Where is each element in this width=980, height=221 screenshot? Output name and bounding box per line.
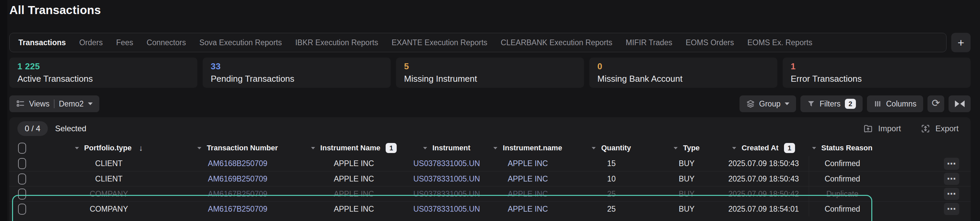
stat-card-pending-transactions[interactable]: 33 Pending Transactions <box>203 58 391 88</box>
tab-transactions[interactable]: Transactions <box>18 38 66 47</box>
tab-orders[interactable]: Orders <box>79 38 103 47</box>
cell-quantity: 15 <box>568 159 655 168</box>
filters-count-badge: 2 <box>845 99 856 109</box>
import-label: Import <box>878 124 901 133</box>
column-menu-icon[interactable] <box>674 147 678 149</box>
filter-funnel-icon <box>807 100 815 108</box>
cell-transaction-number-link[interactable]: AM6169B250709 <box>173 175 302 184</box>
column-menu-icon[interactable] <box>732 147 736 149</box>
column-header-instrument[interactable]: Instrument <box>406 144 488 152</box>
cell-instrument-dot-name: APPLE INC <box>488 205 568 214</box>
stat-label: Error Transactions <box>791 74 963 84</box>
column-menu-icon[interactable] <box>812 147 816 149</box>
column-label: Portfolio.type <box>84 144 132 152</box>
group-button[interactable]: Group <box>740 95 796 112</box>
tab-clearbank-execution-reports[interactable]: CLEARBANK Execution Reports <box>501 38 612 47</box>
column-header-created-at[interactable]: Created At 1 <box>718 143 809 153</box>
select-all-checkbox[interactable] <box>18 143 26 154</box>
row-menu-button[interactable]: ⋯ <box>944 173 959 185</box>
row-checkbox[interactable] <box>18 189 26 200</box>
refresh-button[interactable]: ⟳ <box>928 95 944 112</box>
table-row[interactable]: CLIENT AM6169B250709 APPLE INC US0378331… <box>10 171 970 186</box>
row-menu-button[interactable]: ⋯ <box>944 188 959 200</box>
column-menu-icon[interactable] <box>197 147 201 149</box>
sort-descending-icon[interactable]: ↓ <box>139 143 143 153</box>
stat-label: Pending Transactions <box>211 74 383 84</box>
column-header-instrument-dot-name[interactable]: Instrument.name <box>488 144 568 152</box>
collapse-columns-button[interactable] <box>948 95 970 112</box>
table-body: CLIENT AM6168B250709 APPLE INC US0378331… <box>10 156 970 216</box>
add-tab-button[interactable]: + <box>951 33 970 52</box>
column-menu-icon[interactable] <box>75 147 79 149</box>
row-checkbox[interactable] <box>18 173 26 184</box>
cell-portfolio-type: CLIENT <box>45 159 173 168</box>
column-header-status-reason[interactable]: Status Reason <box>809 144 876 152</box>
cell-instrument-link[interactable]: US0378331005.UN <box>406 175 488 184</box>
tab-eoms-orders[interactable]: EOMS Orders <box>686 38 734 47</box>
cell-status-reason: Confirmed <box>809 202 876 216</box>
stat-card-missing-bank-account[interactable]: 0 Missing Bank Account <box>589 58 777 88</box>
tab-sova-execution-reports[interactable]: Sova Execution Reports <box>199 38 282 47</box>
cell-type: BUY <box>655 189 718 199</box>
columns-label: Columns <box>886 99 916 109</box>
plus-icon: + <box>958 36 964 49</box>
tab-eoms-ex-reports[interactable]: EOMS Ex. Reports <box>747 38 812 47</box>
selected-count-pill: 0 / 4 <box>18 121 48 136</box>
page-title: All Transactions <box>10 3 101 17</box>
stat-value: 1 225 <box>18 61 189 72</box>
cell-created-at: 2025.07.09 18:50:43 <box>718 175 809 184</box>
tab-mifir-trades[interactable]: MIFIR Trades <box>626 38 672 47</box>
views-label: Views <box>29 99 49 109</box>
row-menu-button[interactable]: ⋯ <box>944 158 959 170</box>
cell-transaction-number-link[interactable]: AM6167B250709 <box>173 189 302 199</box>
stat-card-missing-instrument[interactable]: 5 Missing Instrument <box>396 58 584 88</box>
table-actions: Import Export <box>863 123 959 134</box>
column-header-type[interactable]: Type <box>655 144 718 152</box>
column-menu-icon[interactable] <box>311 147 315 149</box>
cell-instrument-link[interactable]: US0378331005.UN <box>406 205 488 214</box>
layers-icon <box>746 99 755 108</box>
views-selector-button[interactable]: Views Demo2 <box>10 95 99 112</box>
cell-instrument-link[interactable]: US0378331005.UN <box>406 189 488 199</box>
views-list-icon <box>16 99 25 108</box>
column-label: Instrument <box>433 144 471 152</box>
table-row[interactable]: CLIENT AM6168B250709 APPLE INC US0378331… <box>10 156 970 171</box>
cell-transaction-number-link[interactable]: AM6167B250709 <box>173 205 302 214</box>
column-menu-icon[interactable] <box>423 147 427 149</box>
tab-bar: Transactions Orders Fees Connectors Sova… <box>10 33 947 52</box>
columns-button[interactable]: Columns <box>867 95 923 112</box>
tab-bar-row: Transactions Orders Fees Connectors Sova… <box>10 33 970 52</box>
window-edge <box>0 0 7 221</box>
column-menu-icon[interactable] <box>493 147 497 149</box>
tab-connectors[interactable]: Connectors <box>146 38 186 47</box>
filters-button[interactable]: Filters 2 <box>800 95 862 112</box>
filters-label: Filters <box>819 99 840 109</box>
stat-card-active-transactions[interactable]: 1 225 Active Transactions <box>10 58 197 88</box>
column-menu-icon[interactable] <box>592 147 596 149</box>
tab-fees[interactable]: Fees <box>116 38 133 47</box>
table-header-row: Portfolio.type ↓ Transaction Number Inst… <box>10 140 970 156</box>
cell-created-at: 2025.07.09 18:50:43 <box>718 159 809 168</box>
column-header-transaction-number[interactable]: Transaction Number <box>173 144 302 152</box>
column-header-quantity[interactable]: Quantity <box>568 144 655 152</box>
column-header-portfolio-type[interactable]: Portfolio.type ↓ <box>45 143 173 153</box>
column-label: Instrument Name <box>320 144 381 152</box>
column-header-instrument-name[interactable]: Instrument Name 1 <box>302 143 406 153</box>
tab-exante-execution-reports[interactable]: EXANTE Execution Reports <box>392 38 487 47</box>
table-row[interactable]: COMPANY AM6167B250709 APPLE INC US037833… <box>10 201 970 216</box>
cell-instrument-name: APPLE INC <box>302 175 406 184</box>
table-row-duplicate[interactable]: COMPANY AM6167B250709 APPLE INC US037833… <box>10 186 970 201</box>
tab-ibkr-execution-reports[interactable]: IBKR Execution Reports <box>295 38 378 47</box>
row-menu-button[interactable]: ⋯ <box>944 203 959 215</box>
export-button[interactable]: Export <box>921 123 959 134</box>
chevron-down-icon <box>88 102 93 105</box>
cell-instrument-link[interactable]: US0378331005.UN <box>406 159 488 168</box>
stat-card-error-transactions[interactable]: 1 Error Transactions <box>783 58 970 88</box>
row-checkbox[interactable] <box>18 203 26 215</box>
row-checkbox[interactable] <box>18 158 26 169</box>
import-button[interactable]: Import <box>863 123 901 134</box>
cell-instrument-dot-name: APPLE INC <box>488 159 568 168</box>
cell-transaction-number-link[interactable]: AM6168B250709 <box>173 159 302 168</box>
cell-portfolio-type: COMPANY <box>45 205 173 214</box>
cell-type: BUY <box>655 159 718 168</box>
